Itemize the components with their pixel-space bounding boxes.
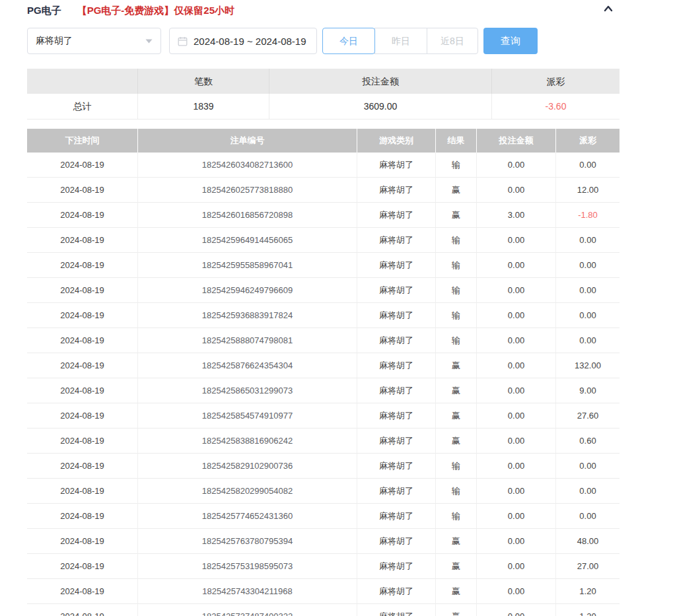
quick-filter-last-8-days[interactable]: 近8日: [427, 28, 478, 54]
quick-filter-today[interactable]: 今日: [322, 28, 375, 54]
cell-bet-time: 2024-08-19: [27, 278, 138, 303]
cell-payout: 0.00: [556, 303, 620, 328]
summary-total-payout: -3.60: [492, 94, 620, 120]
bets-table: 下注时间 注单编号 游戏类别 结果 投注金额 派彩 2024-08-191825…: [27, 129, 620, 616]
cell-game-type: 麻将胡了: [357, 554, 436, 579]
cell-bet-id: 1825425854574910977: [138, 403, 357, 428]
cell-bet-id: 1825426016856720898: [138, 203, 357, 228]
col-header-bet-time: 下注时间: [27, 129, 138, 153]
cell-bet-time: 2024-08-19: [27, 153, 138, 178]
cell-game-type: 麻将胡了: [357, 178, 436, 203]
cell-bet-amount: 0.00: [477, 378, 556, 403]
col-header-result: 结果: [436, 129, 477, 153]
collapse-panel-button[interactable]: [601, 1, 616, 16]
summary-total-count: 1839: [138, 94, 269, 120]
cell-bet-time: 2024-08-19: [27, 579, 138, 604]
cell-payout: -1.80: [556, 203, 620, 228]
summary-header-row: 笔数 投注金额 派彩: [27, 69, 620, 94]
cell-bet-time: 2024-08-19: [27, 428, 138, 454]
cell-result: 输: [436, 479, 477, 504]
filter-bar: 麻将胡了 2024-08-19 ~ 2024-08-19 今日 昨日 近8日 查…: [27, 28, 620, 54]
summary-total-row: 总计 1839 3609.00 -3.60: [27, 94, 620, 120]
search-button[interactable]: 查询: [483, 28, 538, 54]
table-row: 2024-08-191825425964914456065麻将胡了输0.000.…: [27, 228, 620, 253]
page-title: PG电子: [27, 5, 61, 17]
cell-bet-time: 2024-08-19: [27, 454, 138, 479]
cell-bet-amount: 0.00: [477, 403, 556, 428]
cell-bet-id: 1825425838816906242: [138, 428, 357, 454]
cell-game-type: 麻将胡了: [357, 278, 436, 303]
cell-result: 输: [436, 153, 477, 178]
cell-game-type: 麻将胡了: [357, 403, 436, 428]
table-row: 2024-08-191825425838816906242麻将胡了赢0.000.…: [27, 428, 620, 454]
date-range-input[interactable]: 2024-08-19 ~ 2024-08-19: [169, 28, 317, 54]
table-row: 2024-08-191825425774652431360麻将胡了输0.000.…: [27, 504, 620, 529]
cell-payout: 0.00: [556, 253, 620, 278]
cell-payout: 0.00: [556, 454, 620, 479]
cell-result: 输: [436, 504, 477, 529]
cell-result: 赢: [436, 378, 477, 403]
table-row: 2024-08-191825425936883917824麻将胡了输0.000.…: [27, 303, 620, 328]
summary-header-blank: [27, 69, 138, 94]
summary-header-payout: 派彩: [492, 69, 620, 94]
cell-bet-amount: 0.00: [477, 554, 556, 579]
cell-result: 赢: [436, 353, 477, 378]
summary-header-bet-amount: 投注金额: [269, 69, 492, 94]
cell-payout: 0.00: [556, 328, 620, 353]
cell-result: 赢: [436, 178, 477, 203]
page: PG电子 【PG电子-免费游戏】仅保留25小时 麻将胡了 2024-08-19 …: [27, 0, 620, 616]
cell-bet-amount: 0.00: [477, 479, 556, 504]
cell-game-type: 麻将胡了: [357, 228, 436, 253]
cell-bet-amount: 3.00: [477, 203, 556, 228]
game-type-selected-value: 麻将胡了: [36, 35, 73, 47]
cell-result: 输: [436, 253, 477, 278]
cell-bet-amount: 0.00: [477, 278, 556, 303]
col-header-bet-id: 注单编号: [138, 129, 357, 153]
cell-bet-id: 1825425964914456065: [138, 228, 357, 253]
cell-payout: 1.20: [556, 604, 620, 616]
quick-filter-yesterday[interactable]: 昨日: [374, 28, 427, 54]
table-row: 2024-08-191825426034082713600麻将胡了输0.000.…: [27, 153, 620, 178]
cell-payout: 0.00: [556, 278, 620, 303]
table-row: 2024-08-191825426025773818880麻将胡了赢0.0012…: [27, 178, 620, 203]
table-row: 2024-08-191825425743304211968麻将胡了赢0.001.…: [27, 579, 620, 604]
cell-bet-id: 1825425737487400322: [138, 604, 357, 616]
cell-game-type: 麻将胡了: [357, 529, 436, 554]
cell-bet-amount: 0.00: [477, 328, 556, 353]
cell-game-type: 麻将胡了: [357, 504, 436, 529]
cell-result: 输: [436, 278, 477, 303]
cell-game-type: 麻将胡了: [357, 428, 436, 454]
cell-bet-time: 2024-08-19: [27, 178, 138, 203]
quick-date-button-group: 今日 昨日 近8日: [322, 28, 478, 54]
cell-payout: 0.00: [556, 504, 620, 529]
cell-payout: 0.00: [556, 228, 620, 253]
cell-bet-time: 2024-08-19: [27, 328, 138, 353]
cell-bet-amount: 0.00: [477, 579, 556, 604]
summary-table: 笔数 投注金额 派彩 总计 1839 3609.00 -3.60: [27, 69, 620, 120]
cell-bet-time: 2024-08-19: [27, 353, 138, 378]
cell-bet-amount: 0.00: [477, 228, 556, 253]
table-row: 2024-08-191825425737487400322麻将胡了赢0.001.…: [27, 604, 620, 616]
cell-result: 赢: [436, 579, 477, 604]
cell-payout: 0.60: [556, 428, 620, 454]
cell-bet-time: 2024-08-19: [27, 504, 138, 529]
summary-header-count: 笔数: [138, 69, 269, 94]
cell-bet-id: 1825426034082713600: [138, 153, 357, 178]
cell-bet-time: 2024-08-19: [27, 529, 138, 554]
cell-game-type: 麻将胡了: [357, 153, 436, 178]
cell-bet-id: 1825425946249796609: [138, 278, 357, 303]
cell-bet-id: 1825425763780795394: [138, 529, 357, 554]
notice-text: 【PG电子-免费游戏】仅保留25小时: [77, 5, 234, 17]
cell-bet-id: 1825425820299054082: [138, 479, 357, 504]
table-row: 2024-08-191825425888074798081麻将胡了输0.000.…: [27, 328, 620, 353]
cell-payout: 0.00: [556, 479, 620, 504]
cell-game-type: 麻将胡了: [357, 378, 436, 403]
cell-bet-amount: 0.00: [477, 604, 556, 616]
cell-payout: 132.00: [556, 353, 620, 378]
cell-game-type: 麻将胡了: [357, 579, 436, 604]
col-header-game-type: 游戏类别: [357, 129, 436, 153]
cell-payout: 0.00: [556, 153, 620, 178]
game-type-select[interactable]: 麻将胡了: [27, 28, 161, 54]
cell-game-type: 麻将胡了: [357, 604, 436, 616]
cell-game-type: 麻将胡了: [357, 479, 436, 504]
